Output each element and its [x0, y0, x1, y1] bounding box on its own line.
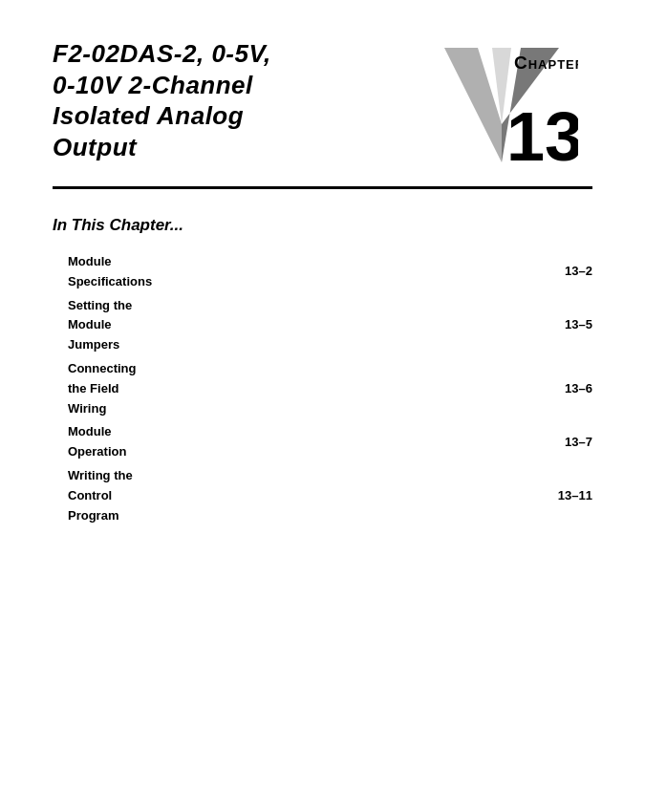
- toc-item-label: Module Specifications: [53, 250, 152, 294]
- toc-section: In This Chapter... Module Specifications…: [53, 216, 592, 527]
- toc-item-label: Connecting the Field Wiring: [53, 357, 152, 420]
- table-row: Writing the Control Program 13–11: [53, 464, 592, 527]
- header-section: F2-02DAS-2, 0-5V, 0-10V 2-Channel Isolat…: [53, 38, 592, 177]
- toc-item-page: 13–11: [558, 464, 592, 527]
- title-block: F2-02DAS-2, 0-5V, 0-10V 2-Channel Isolat…: [53, 38, 411, 162]
- main-title: F2-02DAS-2, 0-5V, 0-10V 2-Channel Isolat…: [53, 38, 392, 162]
- table-row: Module Specifications 13–2: [53, 250, 592, 294]
- toc-item-label: Module Operation: [53, 420, 152, 464]
- page: F2-02DAS-2, 0-5V, 0-10V 2-Channel Isolat…: [0, 0, 645, 812]
- svg-text:Chapter: Chapter: [514, 53, 578, 73]
- toc-item-page: 13–5: [558, 294, 592, 357]
- title-line3: Isolated Analog: [53, 101, 244, 130]
- toc-item-page: 13–2: [558, 250, 592, 294]
- svg-text:13: 13: [506, 98, 578, 175]
- table-row: Module Operation 13–7: [53, 420, 592, 464]
- title-line1: F2-02DAS-2, 0-5V,: [53, 39, 271, 68]
- toc-item-label: Writing the Control Program: [53, 464, 152, 527]
- title-line4: Output: [53, 133, 137, 161]
- svg-marker-0: [444, 48, 502, 162]
- table-row: Setting the Module Jumpers 13–5: [53, 294, 592, 357]
- header-divider: [53, 186, 592, 189]
- toc-heading: In This Chapter...: [53, 216, 592, 235]
- chapter-badge: Chapter 13: [411, 38, 592, 177]
- chapter-label-row: Chapter 13: [425, 38, 578, 177]
- toc-table: Module Specifications 13–2 Setting the M…: [53, 250, 592, 527]
- chapter-arrow-icon: Chapter 13: [425, 38, 578, 177]
- toc-item-page: 13–7: [558, 420, 592, 464]
- toc-item-label: Setting the Module Jumpers: [53, 294, 152, 357]
- table-row: Connecting the Field Wiring 13–6: [53, 357, 592, 420]
- toc-item-page: 13–6: [558, 357, 592, 420]
- title-line2: 0-10V 2-Channel: [53, 71, 253, 99]
